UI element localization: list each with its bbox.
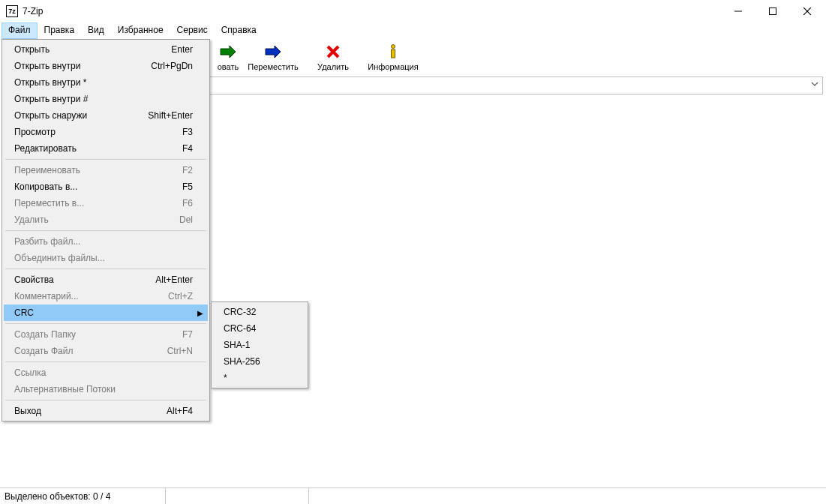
submenu-arrow-icon: ▶ xyxy=(197,309,203,317)
menu-file[interactable]: Файл xyxy=(2,22,38,39)
status-cell-2 xyxy=(166,488,308,504)
menu-view[interactable]: Вид xyxy=(81,22,111,39)
status-selected: Выделено объектов: 0 / 4 xyxy=(0,488,165,504)
delete-x-icon xyxy=(326,43,340,61)
toolbar-info-label: Информация xyxy=(368,62,418,71)
toolbar-copy[interactable]: овать xyxy=(213,43,243,71)
menu-link: Ссылка xyxy=(4,364,208,381)
arrow-right-blue-icon xyxy=(264,43,282,61)
menu-properties[interactable]: СвойстваAlt+Enter xyxy=(4,272,208,288)
menu-create-folder: Создать ПапкуF7 xyxy=(4,326,208,343)
menubar: Файл Правка Вид Избранное Сервис Справка xyxy=(0,22,826,39)
sha-1[interactable]: SHA-1 xyxy=(213,337,306,353)
menu-edit[interactable]: РедактироватьF4 xyxy=(4,140,208,157)
crc-submenu: CRC-32 CRC-64 SHA-1 SHA-256 * xyxy=(211,302,308,388)
sha-256[interactable]: SHA-256 xyxy=(213,353,306,370)
toolbar-copy-label: овать xyxy=(218,62,239,71)
svg-marker-5 xyxy=(266,46,281,58)
menu-view[interactable]: ПросмотрF3 xyxy=(4,124,208,140)
window-title: 7-Zip xyxy=(23,6,43,16)
menu-open-outside[interactable]: Открыть снаружиShift+Enter xyxy=(4,107,208,124)
menu-open-inside-hash[interactable]: Открыть внутри # xyxy=(4,91,208,107)
app-icon: 7z xyxy=(6,5,18,17)
arrow-right-icon xyxy=(219,43,237,61)
chevron-down-icon[interactable] xyxy=(810,80,819,91)
menu-open[interactable]: ОткрытьEnter xyxy=(4,41,208,58)
svg-point-8 xyxy=(392,45,395,49)
statusbar: Выделено объектов: 0 / 4 xyxy=(0,488,826,504)
menu-edit[interactable]: Правка xyxy=(38,22,82,39)
minimize-button[interactable] xyxy=(721,0,755,22)
menu-combine: Объединить файлы... xyxy=(4,250,208,266)
menu-copy-to[interactable]: Копировать в...F5 xyxy=(4,178,208,195)
file-menu-dropdown: ОткрытьEnter Открыть внутриCtrl+PgDn Отк… xyxy=(2,39,210,422)
toolbar-delete[interactable]: Удалить xyxy=(303,43,363,71)
crc-32[interactable]: CRC-32 xyxy=(213,304,306,320)
toolbar-move-label: Переместить xyxy=(248,62,298,71)
menu-alt-streams: Альтернативные Потоки xyxy=(4,381,208,398)
menu-delete: УдалитьDel xyxy=(4,212,208,228)
menu-open-inside-star[interactable]: Открыть внутри * xyxy=(4,74,208,91)
svg-rect-9 xyxy=(392,50,395,58)
menu-split: Разбить файл... xyxy=(4,233,208,250)
status-cell-3 xyxy=(309,488,826,504)
toolbar-move[interactable]: Переместить xyxy=(243,43,303,71)
toolbar-info[interactable]: Информация xyxy=(363,43,423,71)
maximize-button[interactable] xyxy=(755,0,790,22)
menu-help[interactable]: Справка xyxy=(215,22,263,39)
menu-crc[interactable]: CRC▶ xyxy=(4,304,208,321)
menu-open-inside[interactable]: Открыть внутриCtrl+PgDn xyxy=(4,58,208,74)
svg-rect-1 xyxy=(770,8,776,15)
menu-favorites[interactable]: Избранное xyxy=(111,22,170,39)
menu-move-to: Переместить в...F6 xyxy=(4,195,208,212)
menu-tools[interactable]: Сервис xyxy=(170,22,215,39)
crc-all[interactable]: * xyxy=(213,370,306,386)
close-button[interactable] xyxy=(790,0,824,22)
menu-comment: Комментарий...Ctrl+Z xyxy=(4,288,208,304)
crc-64[interactable]: CRC-64 xyxy=(213,320,306,337)
titlebar: 7z 7-Zip xyxy=(0,0,826,22)
menu-exit[interactable]: ВыходAlt+F4 xyxy=(4,403,208,419)
toolbar-delete-label: Удалить xyxy=(317,62,349,71)
info-icon xyxy=(387,43,399,61)
menu-create-file: Создать ФайлCtrl+N xyxy=(4,343,208,359)
menu-rename: ПереименоватьF2 xyxy=(4,162,208,178)
svg-marker-4 xyxy=(221,46,236,58)
